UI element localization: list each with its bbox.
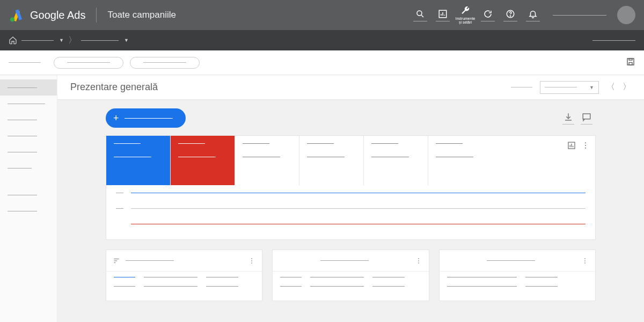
table-row[interactable] — [114, 286, 254, 287]
svg-rect-9 — [627, 58, 634, 65]
chart-settings-icon[interactable] — [567, 141, 576, 150]
card-actions — [567, 141, 590, 150]
scope-label[interactable]: Toate campaniile — [107, 10, 176, 20]
chart-series-grid — [116, 208, 586, 209]
table-row[interactable] — [280, 277, 421, 277]
filter-pill-1[interactable] — [54, 57, 123, 69]
header-actions: Instrumente și setări — [411, 3, 542, 27]
download-icon — [564, 112, 573, 122]
filter-pill-2[interactable] — [130, 57, 200, 69]
svg-rect-13 — [583, 114, 590, 119]
sidebar-item-overview[interactable] — [0, 79, 57, 96]
metric-tile-4[interactable] — [299, 136, 364, 185]
tools-button[interactable]: Instrumente și setări — [456, 3, 474, 27]
table-row[interactable] — [280, 286, 421, 287]
sidebar-item-8[interactable] — [0, 203, 57, 219]
sidebar-item-7[interactable] — [0, 187, 57, 203]
more-vert-icon[interactable] — [415, 257, 422, 265]
sidebar-item-4[interactable] — [0, 128, 57, 144]
feedback-icon — [582, 112, 591, 122]
chart-series-2 — [116, 224, 586, 224]
chevron-right-icon: 〉 — [68, 35, 77, 46]
svg-point-26 — [251, 262, 252, 264]
date-range-dropdown[interactable]: ▼ — [540, 81, 599, 94]
breadcrumb-level-2[interactable]: ▼ — [81, 38, 129, 43]
more-vert-icon[interactable] — [581, 257, 589, 265]
notifications-button[interactable] — [524, 3, 542, 27]
date-prev-button[interactable]: 〈 — [606, 82, 615, 93]
svg-point-27 — [418, 258, 419, 259]
search-icon — [415, 9, 425, 19]
date-next-button[interactable]: 〉 — [623, 82, 631, 93]
metrics-row — [106, 136, 595, 185]
more-vert-icon[interactable] — [581, 141, 590, 150]
svg-point-30 — [584, 258, 586, 259]
overview-card — [106, 135, 596, 240]
wrench-icon — [460, 6, 470, 16]
table-row[interactable] — [114, 277, 254, 277]
metric-tile-3[interactable] — [235, 136, 299, 185]
header-divider — [96, 8, 97, 23]
save-view-icon[interactable] — [626, 57, 635, 67]
bar-chart-icon — [438, 9, 448, 19]
filter-bar — [0, 50, 644, 75]
account-placeholder[interactable] — [553, 15, 606, 16]
download-button[interactable] — [559, 112, 577, 125]
table-row[interactable] — [447, 286, 588, 287]
google-ads-logo-icon — [9, 8, 24, 23]
date-label-placeholder — [511, 87, 532, 87]
summary-cards-row — [106, 250, 596, 301]
help-icon — [506, 9, 515, 19]
svg-point-32 — [584, 262, 586, 264]
search-button[interactable] — [411, 3, 429, 27]
svg-rect-10 — [629, 63, 632, 65]
svg-point-28 — [418, 260, 419, 261]
metric-tile-6[interactable] — [428, 136, 493, 185]
table-row[interactable] — [447, 277, 588, 277]
reports-button[interactable] — [434, 3, 452, 27]
chart-series-1 — [116, 193, 586, 193]
svg-point-0 — [10, 17, 14, 21]
svg-point-24 — [251, 258, 252, 259]
svg-point-25 — [251, 260, 252, 261]
sidebar-item-3[interactable] — [0, 112, 57, 128]
svg-point-20 — [585, 148, 586, 149]
filter-label-placeholder — [9, 62, 41, 63]
sidebar-item-5[interactable] — [0, 144, 57, 160]
summary-card-2 — [272, 250, 429, 301]
main-area: Prezentare generală ▼ 〈 〉 + — [0, 75, 644, 322]
svg-point-18 — [585, 142, 586, 143]
refresh-button[interactable] — [479, 3, 497, 27]
action-row: + — [106, 108, 596, 128]
svg-point-29 — [418, 262, 419, 264]
content: Prezentare generală ▼ 〈 〉 + — [57, 75, 644, 322]
metric-tile-1[interactable] — [106, 136, 171, 185]
sidebar-item-2[interactable] — [0, 96, 57, 112]
sidebar-item-6[interactable] — [0, 160, 57, 176]
help-button[interactable] — [501, 3, 519, 27]
feedback-button[interactable] — [577, 112, 596, 125]
app-header: Google Ads Toate campaniile Instrumente … — [0, 0, 644, 30]
home-icon[interactable] — [9, 36, 17, 45]
avatar[interactable] — [617, 6, 635, 24]
breadcrumb-level-1[interactable]: ▼ — [21, 38, 64, 43]
more-vert-icon[interactable] — [248, 257, 255, 265]
svg-line-2 — [421, 15, 423, 17]
breadcrumb-bar: ▼ 〉 ▼ — [0, 30, 644, 50]
metric-tile-5[interactable] — [364, 136, 428, 185]
chart-area — [106, 185, 595, 239]
svg-point-31 — [584, 260, 586, 261]
sort-icon[interactable] — [113, 257, 120, 265]
metric-tile-2[interactable] — [171, 136, 235, 185]
tools-label: Instrumente și setări — [456, 17, 475, 24]
svg-point-1 — [417, 11, 422, 16]
svg-point-8 — [510, 16, 510, 16]
content-body: + — [57, 100, 644, 310]
summary-card-3 — [439, 250, 596, 301]
refresh-icon — [483, 9, 493, 19]
plus-icon: + — [113, 113, 119, 124]
svg-rect-11 — [629, 58, 632, 60]
svg-point-19 — [585, 145, 586, 146]
new-campaign-button[interactable]: + — [106, 108, 186, 128]
page-header: Prezentare generală ▼ 〈 〉 — [57, 75, 644, 100]
